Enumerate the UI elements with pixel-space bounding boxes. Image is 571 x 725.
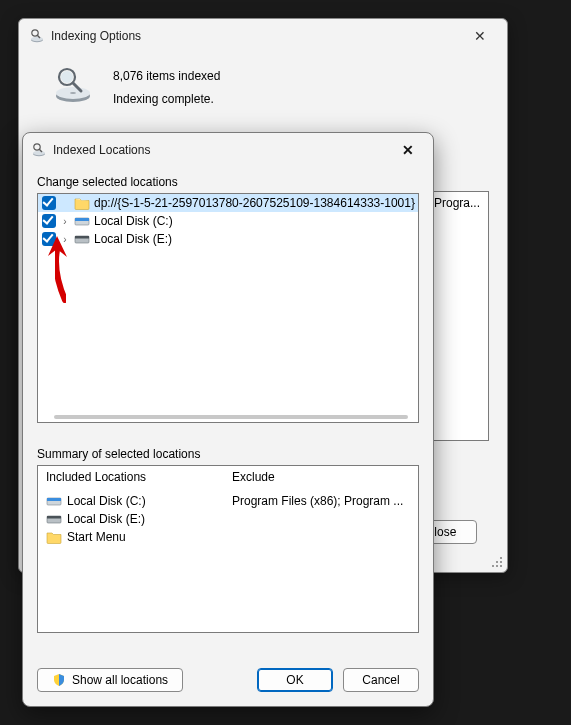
show-all-locations-button[interactable]: Show all locations (37, 668, 183, 692)
exclude-item[interactable]: Program Files (x86); Program ... (232, 492, 410, 510)
disk-icon (46, 495, 62, 507)
indexing-icon (31, 142, 47, 158)
svg-point-8 (61, 71, 73, 83)
disk-icon (74, 233, 90, 245)
close-button[interactable]: ✕ (463, 25, 497, 47)
summary-label: Summary of selected locations (37, 447, 419, 461)
svg-point-11 (33, 151, 45, 155)
dialog-button-row: Show all locations OK Cancel (37, 668, 419, 692)
checkbox[interactable] (42, 232, 56, 246)
svg-point-1 (31, 37, 43, 41)
disk-icon (74, 215, 90, 227)
ok-button[interactable]: OK (257, 668, 333, 692)
change-locations-label: Change selected locations (37, 175, 419, 189)
list-item[interactable]: Start Menu (46, 528, 224, 546)
window-title: Indexing Options (51, 29, 463, 43)
tree-row[interactable]: dp://{S-1-5-21-2597013780-2607525109-138… (38, 194, 418, 212)
svg-rect-21 (47, 516, 61, 519)
list-item[interactable]: Local Disk (C:) (46, 492, 224, 510)
shield-icon (52, 673, 66, 687)
tree-row-label: dp://{S-1-5-21-2597013780-2607525109-138… (94, 196, 415, 210)
window-titlebar: Indexing Options ✕ (19, 19, 507, 51)
included-item-label: Local Disk (C:) (67, 494, 146, 508)
horizontal-scrollbar[interactable] (54, 415, 408, 419)
indexing-status-text: Indexing complete. (113, 88, 220, 111)
checkbox[interactable] (42, 196, 56, 210)
svg-rect-19 (47, 498, 61, 501)
show-all-label: Show all locations (72, 669, 168, 691)
included-item-label: Start Menu (67, 530, 126, 544)
svg-point-12 (34, 144, 40, 150)
indexing-icon (29, 28, 45, 44)
folder-icon (74, 196, 90, 210)
disk-icon (46, 513, 62, 525)
included-header[interactable]: Included Locations (46, 470, 224, 484)
exclude-header[interactable]: Exclude (232, 470, 410, 484)
checkbox[interactable] (42, 214, 56, 228)
locations-tree[interactable]: dp://{S-1-5-21-2597013780-2607525109-138… (37, 193, 419, 423)
tree-row[interactable]: › Local Disk (C:) (38, 212, 418, 230)
close-icon[interactable]: ✕ (391, 139, 425, 161)
indexing-status: 8,076 items indexed Indexing complete. (113, 65, 220, 111)
svg-point-2 (32, 30, 38, 36)
tree-row-label: Local Disk (E:) (94, 232, 172, 246)
tree-row-label: Local Disk (C:) (94, 214, 173, 228)
chevron-right-icon[interactable]: › (60, 216, 70, 227)
svg-point-6 (70, 92, 76, 94)
cancel-button[interactable]: Cancel (343, 668, 419, 692)
chevron-right-icon[interactable]: › (60, 234, 70, 245)
svg-rect-17 (75, 236, 89, 239)
resize-grip[interactable] (491, 556, 503, 568)
dialog-titlebar: Indexed Locations ✕ (23, 133, 433, 165)
folder-icon (46, 530, 62, 544)
exclude-item-label: Program Files (x86); Program ... (232, 494, 403, 508)
items-indexed-text: 8,076 items indexed (113, 65, 220, 88)
list-item[interactable]: Local Disk (E:) (46, 510, 224, 528)
dialog-title: Indexed Locations (53, 143, 391, 157)
summary-box: Included Locations Local Disk (C:) Local… (37, 465, 419, 633)
indexed-locations-dialog: Indexed Locations ✕ Change selected loca… (22, 132, 434, 707)
svg-rect-15 (75, 218, 89, 221)
included-item-label: Local Disk (E:) (67, 512, 145, 526)
tree-row[interactable]: › Local Disk (E:) (38, 230, 418, 248)
indexing-icon-large (51, 65, 95, 105)
